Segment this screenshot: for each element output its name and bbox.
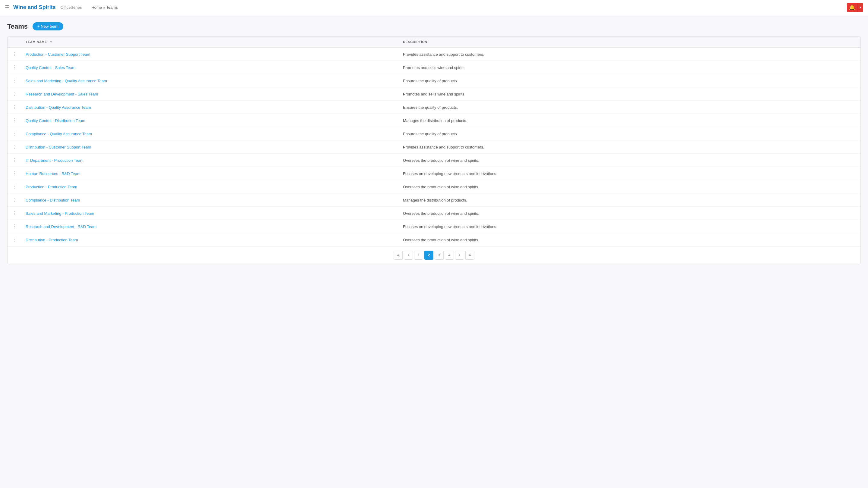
pagination: « ‹ 1 2 3 4 › »: [7, 246, 861, 264]
team-desc-2: Ensures the quality of products.: [403, 78, 458, 83]
team-desc-13: Focuses on developing new products and i…: [403, 224, 497, 229]
table-row: ⋮Compliance - Quality Assurance TeamEnsu…: [7, 127, 861, 140]
page-first-btn[interactable]: «: [394, 251, 403, 260]
table-row: ⋮Research and Development - R&D TeamFocu…: [7, 220, 861, 233]
row-menu-5[interactable]: ⋮: [11, 118, 19, 123]
breadcrumb-sep: »: [103, 5, 105, 10]
table-row: ⋮Quality Control - Sales TeamPromotes an…: [7, 61, 861, 74]
row-menu-14[interactable]: ⋮: [11, 237, 19, 242]
row-menu-9[interactable]: ⋮: [11, 170, 19, 176]
col-desc-header: DESCRIPTION: [399, 37, 861, 47]
row-menu-1[interactable]: ⋮: [11, 64, 19, 70]
table-header-row: TEAM NAME ▿ DESCRIPTION: [7, 37, 861, 47]
page-last-btn[interactable]: »: [465, 251, 474, 260]
new-team-button[interactable]: + New team: [33, 22, 63, 30]
team-name-link-3[interactable]: Research and Development - Sales Team: [26, 92, 98, 96]
row-menu-2[interactable]: ⋮: [11, 78, 19, 84]
app-subtitle: OfficeSeries: [61, 5, 82, 10]
table-row: ⋮Sales and Marketing - Quality Assurance…: [7, 74, 861, 87]
row-menu-8[interactable]: ⋮: [11, 157, 19, 163]
team-name-link-6[interactable]: Compliance - Quality Assurance Team: [26, 132, 92, 136]
team-name-link-4[interactable]: Distribution - Quality Assurance Team: [26, 105, 91, 110]
page-content: Teams + New team TEAM NAME ▿ DESCRIPTION…: [0, 15, 868, 271]
table-row: ⋮IT Department - Production TeamOversees…: [7, 154, 861, 167]
teams-tbody: ⋮Production - Customer Support TeamProvi…: [7, 47, 861, 246]
notifications-bell[interactable]: 🔔: [847, 3, 857, 12]
table-row: ⋮Sales and Marketing - Production TeamOv…: [7, 207, 861, 220]
table-row: ⋮Distribution - Customer Support TeamPro…: [7, 140, 861, 154]
teams-table: TEAM NAME ▿ DESCRIPTION ⋮Production - Cu…: [7, 37, 861, 246]
table-row: ⋮Research and Development - Sales TeamPr…: [7, 87, 861, 101]
team-desc-6: Ensures the quality of products.: [403, 132, 458, 136]
navbar-actions: 🔔 ▼: [847, 3, 863, 12]
team-desc-8: Oversees the production of wine and spir…: [403, 158, 479, 163]
team-desc-14: Oversees the production of wine and spir…: [403, 238, 479, 242]
row-menu-7[interactable]: ⋮: [11, 144, 19, 150]
hamburger-menu[interactable]: ☰: [5, 4, 10, 11]
team-name-link-2[interactable]: Sales and Marketing - Quality Assurance …: [26, 78, 107, 83]
breadcrumb-current: Teams: [106, 5, 118, 10]
team-desc-0: Provides assistance and support to custo…: [403, 52, 484, 57]
navbar: ☰ Wine and Spirits OfficeSeries Home » T…: [0, 0, 868, 15]
team-name-link-7[interactable]: Distribution - Customer Support Team: [26, 145, 91, 150]
row-menu-11[interactable]: ⋮: [11, 197, 19, 203]
row-menu-0[interactable]: ⋮: [11, 51, 19, 57]
team-desc-12: Oversees the production of wine and spir…: [403, 211, 479, 216]
row-menu-4[interactable]: ⋮: [11, 104, 19, 110]
table-row: ⋮Quality Control - Distribution TeamMana…: [7, 114, 861, 127]
team-name-link-8[interactable]: IT Department - Production Team: [26, 158, 84, 163]
row-menu-3[interactable]: ⋮: [11, 91, 19, 97]
table-row: ⋮Production - Customer Support TeamProvi…: [7, 47, 861, 61]
team-name-link-12[interactable]: Sales and Marketing - Production Team: [26, 211, 94, 216]
table-row: ⋮Distribution - Quality Assurance TeamEn…: [7, 101, 861, 114]
page-2-btn[interactable]: 2: [424, 251, 433, 260]
team-desc-1: Promotes and sells wine and spirits.: [403, 65, 465, 70]
team-name-link-13[interactable]: Research and Development - R&D Team: [26, 224, 96, 229]
table-row: ⋮Human Resources - R&D TeamFocuses on de…: [7, 167, 861, 180]
row-menu-6[interactable]: ⋮: [11, 131, 19, 136]
team-name-link-0[interactable]: Production - Customer Support Team: [26, 52, 90, 57]
team-desc-11: Manages the distribution of products.: [403, 198, 467, 202]
page-3-btn[interactable]: 3: [435, 251, 444, 260]
team-name-link-14[interactable]: Distribution - Production Team: [26, 238, 78, 242]
team-desc-5: Manages the distribution of products.: [403, 119, 467, 123]
page-1-btn[interactable]: 1: [414, 251, 423, 260]
row-menu-10[interactable]: ⋮: [11, 184, 19, 190]
page-title: Teams: [7, 23, 28, 30]
team-desc-9: Focuses on developing new products and i…: [403, 171, 497, 176]
team-desc-3: Promotes and sells wine and spirits.: [403, 92, 465, 96]
col-action-header: [7, 37, 22, 47]
table-row: ⋮Compliance - Distribution TeamManages t…: [7, 193, 861, 207]
page-prev-btn[interactable]: ‹: [404, 251, 413, 260]
filter-icon[interactable]: ▿: [50, 40, 52, 44]
team-desc-4: Ensures the quality of products.: [403, 105, 458, 110]
breadcrumb: Home » Teams: [91, 5, 118, 10]
col-name-header: TEAM NAME ▿: [22, 37, 399, 47]
table-row: ⋮Distribution - Production TeamOversees …: [7, 233, 861, 247]
team-name-link-10[interactable]: Production - Production Team: [26, 185, 77, 189]
page-next-btn[interactable]: ›: [455, 251, 464, 260]
row-menu-12[interactable]: ⋮: [11, 210, 19, 216]
team-desc-7: Provides assistance and support to custo…: [403, 145, 484, 150]
row-menu-13[interactable]: ⋮: [11, 224, 19, 229]
teams-table-container: TEAM NAME ▿ DESCRIPTION ⋮Production - Cu…: [7, 36, 861, 264]
team-name-link-5[interactable]: Quality Control - Distribution Team: [26, 119, 85, 123]
page-header: Teams + New team: [7, 22, 861, 30]
team-name-link-9[interactable]: Human Resources - R&D Team: [26, 171, 81, 176]
team-name-link-11[interactable]: Compliance - Distribution Team: [26, 198, 80, 202]
page-4-btn[interactable]: 4: [445, 251, 454, 260]
team-name-link-1[interactable]: Quality Control - Sales Team: [26, 65, 75, 70]
app-brand: Wine and Spirits: [13, 4, 56, 10]
table-row: ⋮Production - Production TeamOversees th…: [7, 180, 861, 193]
breadcrumb-home[interactable]: Home: [91, 5, 102, 10]
notifications-dropdown[interactable]: ▼: [857, 3, 863, 12]
team-desc-10: Oversees the production of wine and spir…: [403, 185, 479, 189]
